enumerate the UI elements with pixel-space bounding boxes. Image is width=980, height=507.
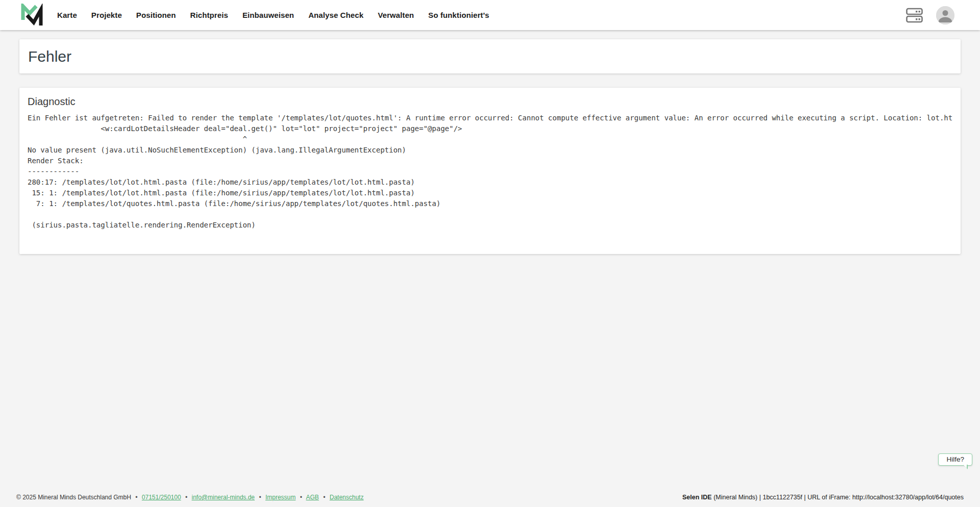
nav-item-karte[interactable]: Karte — [50, 11, 84, 19]
nav-item-analyse-check[interactable]: Analyse Check — [301, 11, 371, 19]
footer-company-info: © 2025 Mineral Minds Deutschland GmbH • … — [16, 494, 363, 501]
error-title-card: Fehler — [19, 39, 961, 73]
footer-separator: • — [323, 494, 325, 501]
footer-separator: • — [135, 494, 137, 501]
user-avatar-icon — [936, 6, 954, 24]
top-nav-bar: Karte Projekte Positionen Richtpreis Ein… — [0, 0, 980, 30]
diagnostic-heading: Diagnostic — [28, 96, 952, 108]
footer-separator: • — [185, 494, 187, 501]
nav-item-so-funktionierts[interactable]: So funktioniert's — [421, 11, 496, 19]
footer-separator: • — [300, 494, 302, 501]
phone-link[interactable]: 07151/250100 — [142, 494, 181, 501]
diagnostic-card: Diagnostic Ein Fehler ist aufgetreten: F… — [19, 88, 961, 254]
nav-item-projekte[interactable]: Projekte — [84, 11, 129, 19]
error-stack-trace: Ein Fehler ist aufgetreten: Failed to re… — [28, 113, 952, 231]
header-actions — [906, 6, 954, 24]
iframe-url-text: (Mineral Minds) | 1bcc1122735f | URL of … — [712, 494, 964, 501]
copyright-text: © 2025 Mineral Minds Deutschland GmbH — [16, 494, 131, 501]
impressum-link[interactable]: Impressum — [265, 494, 296, 501]
nav-item-einbauweisen[interactable]: Einbauweisen — [235, 11, 301, 19]
nav-item-verwalten[interactable]: Verwalten — [371, 11, 421, 19]
nav-item-positionen[interactable]: Positionen — [129, 11, 183, 19]
email-link[interactable]: info@mineral-minds.de — [191, 494, 255, 501]
server-icon[interactable] — [906, 8, 923, 23]
datenschutz-link[interactable]: Datenschutz — [330, 494, 364, 501]
help-button[interactable]: Hilfe? — [938, 453, 972, 466]
footer: © 2025 Mineral Minds Deutschland GmbH • … — [0, 490, 980, 507]
agb-link[interactable]: AGB — [306, 494, 319, 501]
mineral-minds-logo-icon[interactable] — [20, 4, 44, 27]
nav-item-richtpreis[interactable]: Richtpreis — [183, 11, 235, 19]
page-title: Fehler — [28, 48, 71, 65]
user-menu-button[interactable] — [936, 6, 954, 24]
main-nav: Karte Projekte Positionen Richtpreis Ein… — [50, 11, 497, 19]
footer-system-info: Selen IDE (Mineral Minds) | 1bcc1122735f… — [682, 494, 964, 501]
footer-separator: • — [259, 494, 261, 501]
ide-name: Selen IDE — [682, 494, 712, 501]
